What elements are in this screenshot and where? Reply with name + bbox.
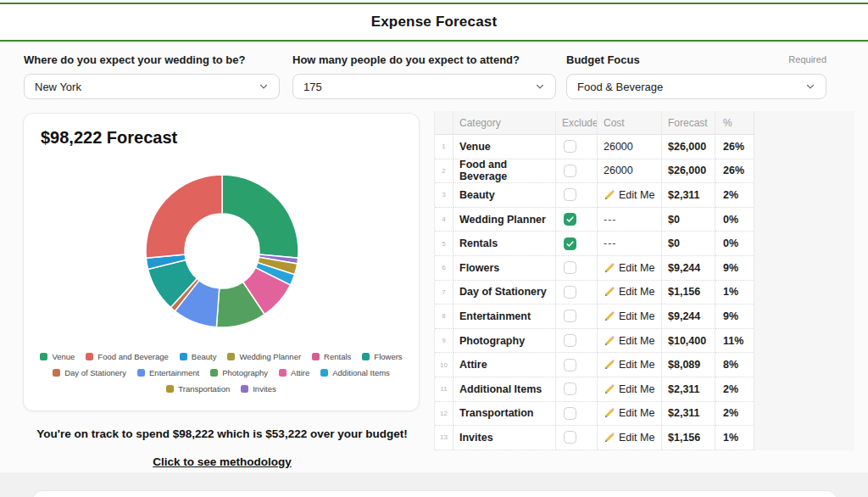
forecast-cell: $0 [662, 232, 715, 256]
exclude-cell [556, 232, 598, 256]
category-cell: Invites [453, 426, 556, 450]
column-header-exclude: Exclude [556, 111, 598, 135]
guest-count-form-group: How many people do you expect to attend?… [292, 53, 556, 99]
cost-edit-button[interactable]: Edit Me [598, 426, 662, 450]
row-number: 9 [435, 329, 453, 354]
exclude-checkbox[interactable] [564, 431, 576, 444]
budget-focus-select[interactable]: Food & Beverage [566, 74, 826, 99]
legend-label: Invites [253, 384, 275, 394]
legend-item: Flowers [362, 352, 402, 361]
forecast-cell: $2,311 [662, 377, 715, 402]
budget-focus-select-value: Food & Beverage [577, 81, 663, 93]
percent-cell: 2% [715, 377, 754, 402]
percent-cell: 0% [715, 232, 754, 256]
forecast-total-title: $98,222 Forecast [41, 128, 177, 148]
exclude-cell [556, 183, 598, 208]
legend-label: Venue [52, 352, 75, 361]
legend-label: Rentals [324, 352, 351, 361]
exclude-checkbox[interactable] [564, 237, 576, 250]
pencil-icon [604, 335, 615, 347]
category-cell: Day of Stationery [453, 281, 556, 305]
location-form-group: Where do you expect your wedding to be? … [24, 53, 280, 99]
methodology-link[interactable]: Click to see methodology [0, 455, 444, 468]
cost-edit-button[interactable]: Edit Me [598, 329, 662, 354]
pencil-icon [604, 286, 615, 298]
location-label: Where do you expect your wedding to be? [24, 53, 280, 66]
percent-cell: 8% [715, 353, 754, 377]
cost-edit-button[interactable]: Edit Me [598, 353, 662, 377]
legend-label: Attire [291, 368, 309, 377]
cost-dash: --- [598, 232, 662, 256]
cost-edit-button[interactable]: Edit Me [598, 183, 662, 208]
legend-item: Rentals [312, 352, 351, 361]
category-cell: Additional Items [453, 377, 556, 402]
page-header: Expense Forecast [0, 3, 868, 42]
chart-legend: VenueFood and BeverageBeautyWedding Plan… [29, 352, 414, 394]
exclude-checkbox[interactable] [564, 286, 576, 299]
legend-item: Venue [40, 352, 75, 361]
category-cell: Wedding Planner [453, 208, 556, 232]
location-select[interactable]: New York [24, 74, 280, 99]
legend-swatch-icon [166, 385, 174, 393]
exclude-checkbox[interactable] [564, 140, 576, 153]
legend-label: Transportation [178, 384, 230, 394]
row-number: 11 [435, 377, 453, 402]
exclude-cell [556, 159, 598, 184]
exclude-cell [556, 426, 598, 450]
column-header-row-number [435, 111, 453, 135]
exclude-checkbox[interactable] [564, 188, 576, 201]
exclude-cell [556, 135, 598, 159]
exclude-cell [556, 329, 598, 354]
guest-count-select[interactable]: 175 [292, 74, 556, 99]
cost-edit-button[interactable]: Edit Me [598, 281, 662, 305]
row-number: 12 [435, 402, 453, 427]
column-header-cost: Cost [598, 111, 662, 135]
percent-cell: 9% [715, 256, 754, 281]
cost-edit-button[interactable]: Edit Me [598, 304, 662, 329]
table-row: 4Wedding Planner---$00% [435, 208, 754, 232]
legend-swatch-icon [320, 369, 328, 377]
legend-swatch-icon [86, 353, 93, 360]
cost-edit-button[interactable]: Edit Me [598, 402, 662, 427]
forecast-cell: $8,089 [662, 353, 715, 377]
donut-segment [146, 175, 222, 258]
page-title: Expense Forecast [371, 14, 498, 31]
exclude-checkbox[interactable] [564, 213, 576, 226]
legend-swatch-icon [241, 385, 248, 393]
exclude-cell [556, 256, 598, 281]
pencil-icon [604, 383, 615, 395]
edit-me-label: Edit Me [619, 189, 654, 201]
exclude-checkbox[interactable] [564, 334, 576, 347]
legend-swatch-icon [312, 353, 320, 360]
table-row: 6FlowersEdit Me$9,2449% [435, 256, 754, 281]
column-header-percent: % [715, 111, 754, 135]
legend-item: Additional Items [320, 368, 390, 377]
legend-label: Beauty [192, 352, 217, 361]
percent-cell: 1% [715, 426, 754, 450]
exclude-checkbox[interactable] [564, 383, 576, 395]
pencil-icon [604, 189, 615, 201]
table-row: 11Additional ItemsEdit Me$2,3112% [435, 377, 754, 402]
edit-me-label: Edit Me [619, 432, 654, 444]
cost-value[interactable]: 26000 [598, 159, 662, 184]
cost-edit-button[interactable]: Edit Me [598, 256, 662, 281]
exclude-checkbox[interactable] [564, 165, 576, 177]
pencil-icon [604, 359, 615, 371]
forecast-cell: $26,000 [662, 159, 715, 184]
exclude-checkbox[interactable] [564, 359, 576, 371]
forecast-cell: $9,244 [662, 256, 715, 281]
exclude-cell [556, 281, 598, 305]
cost-value[interactable]: 26000 [598, 135, 662, 159]
legend-item: Beauty [180, 352, 217, 361]
donut-chart [137, 166, 307, 336]
exclude-checkbox[interactable] [564, 310, 576, 322]
exclude-cell [556, 208, 598, 232]
exclude-checkbox[interactable] [564, 261, 576, 274]
edit-me-label: Edit Me [619, 310, 654, 322]
legend-label: Food and Beverage [97, 352, 168, 361]
row-number: 10 [435, 353, 453, 377]
exclude-checkbox[interactable] [564, 407, 576, 420]
budget-focus-label: Budget Focus [566, 53, 826, 66]
row-number: 6 [435, 256, 453, 281]
cost-edit-button[interactable]: Edit Me [598, 377, 662, 402]
